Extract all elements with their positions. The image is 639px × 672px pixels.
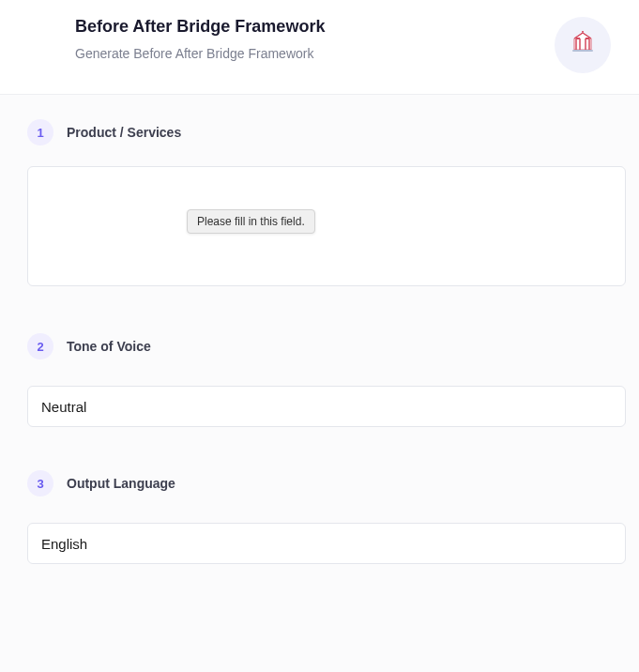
svg-rect-1 — [586, 38, 589, 39]
step-label-tone: Tone of Voice — [67, 339, 151, 354]
textarea-wrapper: Please fill in this field. — [27, 166, 626, 290]
step-label-product: Product / Services — [67, 125, 181, 140]
section-header-language: 3 Output Language — [27, 470, 626, 496]
section-header-product: 1 Product / Services — [27, 119, 626, 145]
page-title: Before After Bridge Framework — [75, 17, 325, 37]
step-number-2: 2 — [27, 333, 53, 359]
header-icon-container — [555, 17, 611, 73]
svg-point-4 — [582, 31, 584, 32]
step-number-3: 3 — [27, 470, 53, 496]
section-language: 3 Output Language — [27, 470, 626, 564]
section-product: 1 Product / Services Please fill in this… — [27, 119, 626, 290]
svg-rect-0 — [576, 38, 580, 39]
step-number-1: 1 — [27, 119, 53, 145]
svg-rect-2 — [572, 50, 593, 52]
step-label-language: Output Language — [67, 476, 175, 491]
section-header-tone: 2 Tone of Voice — [27, 333, 626, 359]
page-subtitle: Generate Before After Bridge Framework — [75, 46, 325, 61]
validation-tooltip: Please fill in this field. — [187, 209, 315, 234]
form-content: 1 Product / Services Please fill in this… — [0, 95, 639, 564]
tone-input[interactable] — [27, 386, 626, 427]
header-text-block: Before After Bridge Framework Generate B… — [75, 17, 325, 61]
product-textarea[interactable] — [27, 166, 626, 286]
language-input[interactable] — [27, 523, 626, 564]
page-header: Before After Bridge Framework Generate B… — [0, 0, 639, 95]
carousel-tent-icon — [571, 31, 595, 59]
section-tone: 2 Tone of Voice — [27, 333, 626, 427]
